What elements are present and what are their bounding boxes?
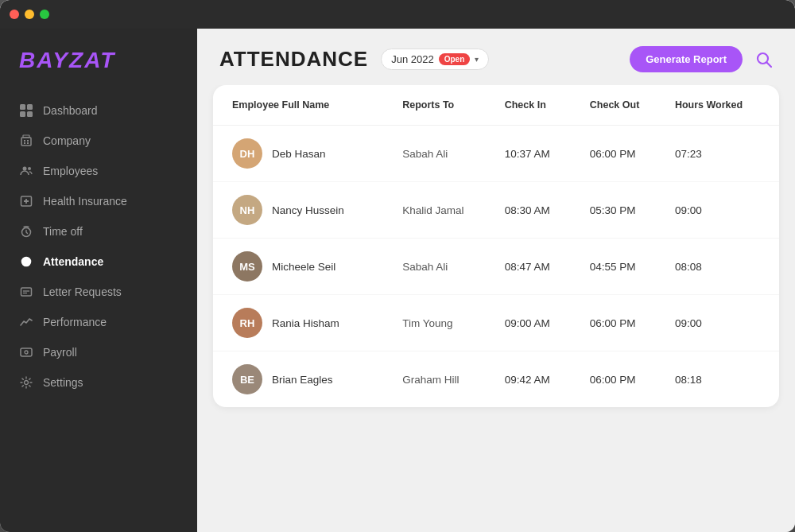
col-hours-worked: Hours Worked <box>675 99 760 111</box>
employee-name: Nancy Hussein <box>272 204 344 216</box>
sidebar-label-timeoff: Time off <box>43 225 83 238</box>
employees-icon <box>19 164 33 178</box>
col-employee-name: Employee Full Name <box>232 99 402 111</box>
sidebar-item-company[interactable]: Company <box>0 126 197 156</box>
avatar: DH <box>232 138 262 169</box>
check-in-cell: 08:30 AM <box>505 204 590 216</box>
table-row[interactable]: BE Brian Eagles Graham Hill 09:42 AM 06:… <box>213 351 779 407</box>
reports-to-cell: Graham Hill <box>402 374 505 386</box>
sidebar-item-dashboard[interactable]: Dashboard <box>0 95 197 126</box>
svg-rect-21 <box>21 348 32 356</box>
sidebar-label-company: Company <box>43 134 91 147</box>
sidebar-item-settings[interactable]: Settings <box>0 367 197 398</box>
col-check-in: Check In <box>505 99 590 111</box>
attendance-table: Employee Full Name Reports To Check In C… <box>213 85 779 407</box>
sidebar-item-health[interactable]: Health Insurance <box>0 186 197 216</box>
sidebar-item-performance[interactable]: Performance <box>0 307 197 337</box>
svg-rect-5 <box>24 140 25 142</box>
sidebar-label-dashboard: Dashboard <box>43 104 98 117</box>
app-window: BAYZAT Dashboard <box>0 0 795 532</box>
reports-to-cell: Khalid Jamal <box>402 204 505 216</box>
settings-icon <box>19 375 33 390</box>
timeoff-icon <box>19 224 33 239</box>
sidebar-label-health: Health Insurance <box>43 195 127 208</box>
check-out-cell: 06:00 PM <box>590 148 675 160</box>
check-out-cell: 04:55 PM <box>590 261 675 273</box>
svg-line-25 <box>767 62 772 67</box>
table-row[interactable]: NH Nancy Hussein Khalid Jamal 08:30 AM 0… <box>213 182 779 239</box>
employee-cell: NH Nancy Hussein <box>232 195 402 225</box>
table-header: Employee Full Name Reports To Check In C… <box>213 85 779 126</box>
svg-rect-6 <box>27 140 29 142</box>
search-icon <box>755 51 773 68</box>
employee-name: Deb Hasan <box>272 148 326 160</box>
check-out-cell: 05:30 PM <box>590 204 675 216</box>
col-reports-to: Reports To <box>402 99 505 111</box>
hours-cell: 08:08 <box>675 261 760 273</box>
svg-rect-0 <box>20 104 25 110</box>
svg-rect-7 <box>24 142 25 144</box>
employee-cell: MS Micheele Seil <box>232 251 402 282</box>
dashboard-icon <box>19 103 33 118</box>
svg-rect-3 <box>27 111 33 117</box>
health-icon <box>19 194 33 208</box>
page-title: ATTENDANCE <box>219 47 368 72</box>
check-in-cell: 09:42 AM <box>505 374 590 386</box>
hours-cell: 09:00 <box>675 317 760 329</box>
svg-point-17 <box>25 260 28 263</box>
reports-to-cell: Tim Young <box>402 317 505 329</box>
table-container: Employee Full Name Reports To Check In C… <box>197 85 795 532</box>
main-header: ATTENDANCE Jun 2022 Open ▾ Generate Repo… <box>197 29 795 85</box>
check-in-cell: 10:37 AM <box>505 148 590 160</box>
svg-point-11 <box>28 167 31 170</box>
sidebar-label-performance: Performance <box>43 316 107 328</box>
check-out-cell: 06:00 PM <box>590 317 675 329</box>
sidebar: BAYZAT Dashboard <box>0 29 197 532</box>
close-dot[interactable] <box>10 10 19 19</box>
table-row[interactable]: DH Deb Hasan Sabah Ali 10:37 AM 06:00 PM… <box>213 126 779 182</box>
col-check-out: Check Out <box>590 99 675 111</box>
hours-cell: 09:00 <box>675 204 760 216</box>
sidebar-item-letter[interactable]: Letter Requests <box>0 277 197 307</box>
sidebar-item-payroll[interactable]: Payroll <box>0 337 197 367</box>
date-label: Jun 2022 <box>391 53 434 65</box>
payroll-icon <box>19 345 33 359</box>
table-row[interactable]: RH Rania Hisham Tim Young 09:00 AM 06:00… <box>213 295 779 351</box>
sidebar-label-settings: Settings <box>43 376 83 389</box>
generate-report-button[interactable]: Generate Report <box>630 46 743 72</box>
employee-cell: RH Rania Hisham <box>232 308 402 338</box>
sidebar-label-employees: Employees <box>43 165 98 177</box>
svg-rect-18 <box>21 288 32 296</box>
hours-cell: 07:23 <box>675 148 760 160</box>
main-content: ATTENDANCE Jun 2022 Open ▾ Generate Repo… <box>197 29 795 532</box>
employee-name: Rania Hisham <box>272 317 339 329</box>
sidebar-item-attendance[interactable]: Attendance <box>0 247 197 277</box>
search-button[interactable] <box>755 51 773 68</box>
employee-cell: BE Brian Eagles <box>232 364 402 394</box>
sidebar-item-timeoff[interactable]: Time off <box>0 216 197 247</box>
check-out-cell: 06:00 PM <box>590 374 675 386</box>
svg-rect-9 <box>23 135 29 138</box>
titlebar <box>0 0 795 29</box>
employee-name: Micheele Seil <box>272 261 335 273</box>
attendance-icon <box>19 254 33 269</box>
sidebar-label-payroll: Payroll <box>43 346 77 359</box>
performance-icon <box>19 315 33 329</box>
minimize-dot[interactable] <box>25 10 34 19</box>
employee-cell: DH Deb Hasan <box>232 138 402 169</box>
table-row[interactable]: MS Micheele Seil Sabah Ali 08:47 AM 04:5… <box>213 239 779 295</box>
table-body: DH Deb Hasan Sabah Ali 10:37 AM 06:00 PM… <box>213 126 779 407</box>
check-in-cell: 09:00 AM <box>505 317 590 329</box>
svg-point-10 <box>23 167 27 171</box>
check-in-cell: 08:47 AM <box>505 261 590 273</box>
sidebar-item-employees[interactable]: Employees <box>0 156 197 186</box>
letter-icon <box>19 285 33 299</box>
app-body: BAYZAT Dashboard <box>0 29 795 532</box>
status-badge: Open <box>439 53 471 65</box>
maximize-dot[interactable] <box>40 10 49 19</box>
svg-rect-4 <box>21 138 31 146</box>
svg-point-22 <box>25 351 28 354</box>
date-filter[interactable]: Jun 2022 Open ▾ <box>381 49 489 70</box>
avatar: NH <box>232 195 262 225</box>
svg-point-23 <box>25 381 29 385</box>
